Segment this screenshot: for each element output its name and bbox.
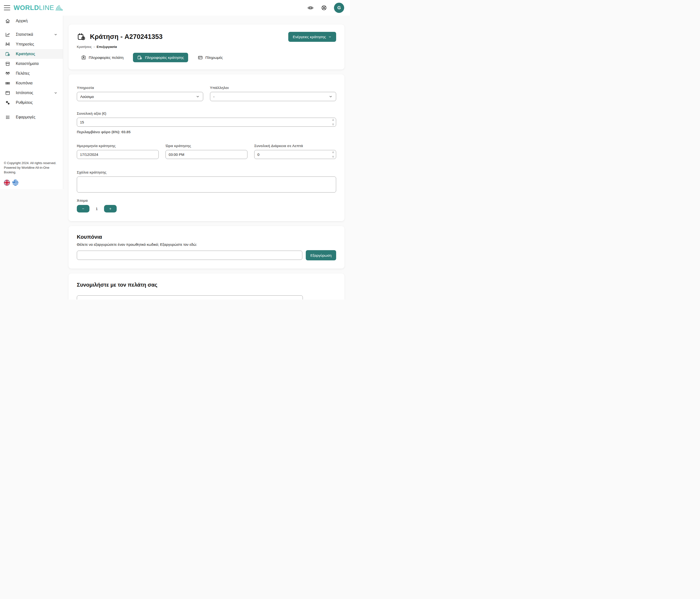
coupons-description: Θέλετε να εξαργυρώσετε έναν προωθητικό κ…	[77, 242, 336, 247]
copyright-line1: © Copyright 2024. All rights reserved.	[4, 161, 59, 166]
sidebar-item-label: Κρατήσεις	[16, 52, 58, 56]
copyright-line2: Powered by Worldline All-in-One Booking.	[4, 166, 59, 175]
sidebar-item-apps[interactable]: Εφαρμογές	[0, 112, 63, 122]
spinner-up-icon[interactable]: △	[332, 119, 334, 121]
tax-note: Περιλαμβάνει φόρο (6%): €0.85	[77, 130, 336, 134]
spinner-up-icon[interactable]: △	[332, 151, 334, 153]
stores-icon	[5, 61, 10, 67]
people-stepper: − 1 +	[77, 205, 336, 213]
sidebar-item-customers[interactable]: Πελάτες	[0, 69, 63, 78]
services-icon	[5, 41, 10, 47]
settings-icon	[5, 100, 10, 105]
hamburger-icon[interactable]	[4, 5, 10, 10]
service-label: Υπηρεσία	[77, 85, 203, 90]
greece-flag-icon[interactable]	[12, 180, 19, 186]
sidebar-item-settings[interactable]: Ρυθμίσεις	[0, 98, 63, 107]
sidebar: Αρχική Στατιστικά Υπηρεσίες	[0, 16, 63, 189]
topbar-actions: G	[307, 3, 344, 13]
main-content: Κράτηση - A270241353 Ενέργειες κράτησης …	[63, 16, 350, 299]
chat-message-textarea[interactable]	[77, 295, 303, 299]
chevron-down-icon	[329, 95, 333, 99]
tab-booking-info[interactable]: Πληροφορίες κράτησης	[133, 53, 188, 62]
sidebar-item-label: Ρυθμίσεις	[16, 100, 58, 105]
coupons-title: Κουπόνια	[77, 234, 336, 240]
logo-word-bold: WORLD	[14, 4, 39, 12]
booking-time-label: Ώρα κράτησης	[166, 144, 247, 148]
duration-input[interactable]	[254, 150, 336, 159]
worldline-logo[interactable]: WORLDLINE	[14, 4, 63, 12]
sidebar-item-coupons[interactable]: Κουπόνια	[0, 78, 63, 88]
booking-calendar-icon	[77, 32, 86, 42]
bookings-icon	[5, 51, 10, 57]
booking-date-input[interactable]	[77, 150, 159, 159]
support-icon[interactable]	[320, 4, 328, 11]
coupon-code-input[interactable]	[77, 251, 302, 260]
sidebar-item-home[interactable]: Αρχική	[0, 16, 63, 26]
booking-comments-textarea[interactable]	[77, 176, 336, 193]
spinner-down-icon[interactable]: ▽	[332, 124, 334, 126]
booking-actions-label: Ενέργειες κράτησης	[293, 35, 326, 39]
id-card-icon	[81, 55, 86, 60]
total-value-label: Συνολική αξία (€)	[77, 111, 336, 116]
service-select-value: Λούσιμο	[80, 95, 94, 99]
apps-icon	[5, 114, 10, 120]
breadcrumb: Κρατήσεις › Επεξεργασία	[77, 45, 336, 49]
tab-label: Πληροφορίες πελάτη	[89, 55, 123, 60]
sidebar-item-stores[interactable]: Καταστήματα	[0, 59, 63, 69]
sidebar-item-services[interactable]: Υπηρεσίες	[0, 40, 63, 49]
logo-word-light: LINE	[39, 4, 54, 12]
booking-time-input[interactable]	[166, 150, 247, 159]
sidebar-item-label: Καταστήματα	[16, 61, 58, 66]
employees-select[interactable]: -	[210, 92, 336, 101]
employees-label: Υπάλληλοι	[210, 85, 336, 90]
user-avatar[interactable]: G	[334, 3, 344, 13]
breadcrumb-current: Επεξεργασία	[97, 45, 117, 49]
copyright-text: © Copyright 2024. All rights reserved. P…	[4, 161, 59, 175]
sidebar-item-bookings[interactable]: Κρατήσεις	[0, 49, 63, 59]
total-value-input[interactable]	[77, 118, 336, 127]
page-title: Κράτηση - A270241353	[90, 33, 162, 41]
people-decrement-button[interactable]: −	[77, 205, 90, 213]
number-spinner: △ ▽	[332, 151, 334, 158]
customers-icon	[5, 71, 10, 76]
people-count: 1	[90, 207, 104, 211]
worldline-wave-icon	[56, 5, 63, 11]
chevron-down-icon	[196, 95, 200, 99]
sidebar-footer: © Copyright 2024. All rights reserved. P…	[0, 161, 63, 186]
credit-card-icon	[198, 55, 203, 60]
breadcrumb-parent[interactable]: Κρατήσεις	[77, 45, 92, 49]
booking-comments-label: Σχόλια κράτησης	[77, 170, 336, 174]
coupons-icon	[5, 80, 10, 86]
people-increment-button[interactable]: +	[104, 205, 117, 213]
people-label: Άτομα	[77, 198, 336, 202]
service-select[interactable]: Λούσιμο	[77, 92, 203, 101]
employees-select-value: -	[214, 95, 215, 99]
sidebar-item-label: Στατιστικά	[16, 32, 48, 37]
chevron-down-icon	[328, 35, 332, 39]
coupons-card: Κουπόνια Θέλετε να εξαργυρώσετε έναν προ…	[69, 226, 344, 269]
sidebar-item-label: Αρχική	[16, 19, 58, 23]
sidebar-item-website[interactable]: Ιστότοπος	[0, 88, 63, 98]
home-icon	[5, 18, 10, 24]
redeem-button[interactable]: Εξαργύρωση	[306, 250, 336, 260]
tab-label: Πληροφορίες κράτησης	[145, 55, 184, 60]
booking-form-card: Υπηρεσία Λούσιμο Υπάλληλοι -	[69, 74, 344, 221]
uk-flag-icon[interactable]	[4, 180, 10, 186]
sidebar-item-statistics[interactable]: Στατιστικά	[0, 30, 63, 40]
booking-actions-button[interactable]: Ενέργειες κράτησης	[288, 32, 336, 42]
stats-icon	[5, 32, 10, 38]
tab-payments[interactable]: Πληρωμές	[194, 53, 227, 62]
chevron-down-icon	[54, 32, 58, 36]
eye-icon[interactable]	[307, 4, 314, 11]
tab-label: Πληρωμές	[205, 55, 223, 60]
booking-tabs: Πληροφορίες πελάτη Πληροφορίες κράτησης …	[77, 53, 336, 62]
spinner-down-icon[interactable]: ▽	[332, 156, 334, 158]
sidebar-item-label: Κουπόνια	[16, 81, 58, 85]
chevron-down-icon	[54, 91, 58, 95]
number-spinner: △ ▽	[332, 119, 334, 126]
chat-card: Συνομιλήστε με τον πελάτη σας Καταχώρηση	[69, 274, 344, 299]
booking-date-label: Ημερομηνία κράτησης	[77, 144, 159, 148]
tab-customer-info[interactable]: Πληροφορίες πελάτη	[77, 53, 128, 62]
topbar: WORLDLINE G	[0, 0, 350, 16]
sidebar-item-label: Ιστότοπος	[16, 91, 48, 95]
